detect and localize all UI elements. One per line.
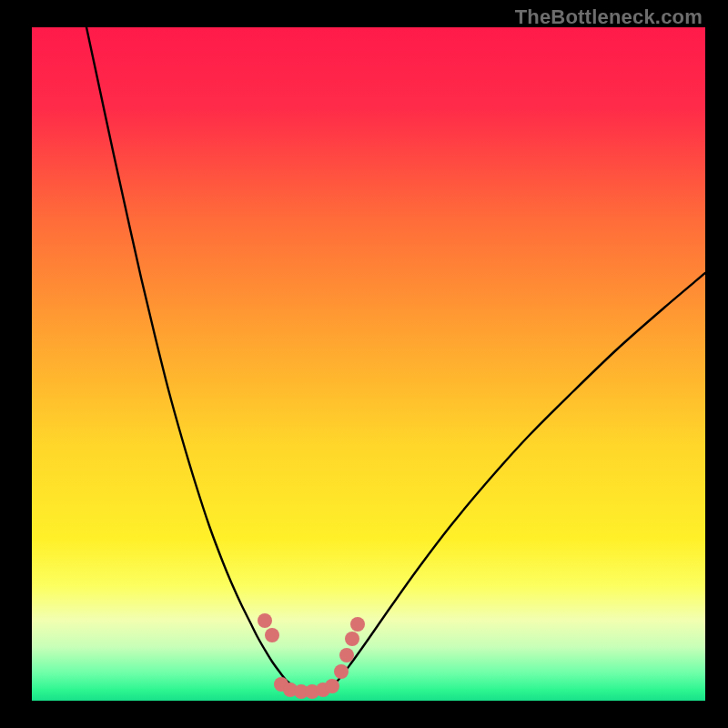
curve-layer: [32, 27, 705, 701]
data-point-marker: [350, 617, 365, 632]
data-point-marker: [258, 613, 272, 628]
marker-group: [258, 613, 365, 699]
data-point-marker: [325, 679, 339, 693]
data-point-marker: [339, 648, 354, 662]
chart-frame: TheBottleneck.com: [0, 0, 728, 728]
data-point-marker: [265, 628, 279, 642]
data-point-marker: [345, 632, 359, 646]
plot-area: [32, 27, 705, 701]
watermark-text: TheBottleneck.com: [515, 5, 703, 29]
bottleneck-curve: [86, 27, 705, 692]
data-point-marker: [334, 664, 349, 679]
